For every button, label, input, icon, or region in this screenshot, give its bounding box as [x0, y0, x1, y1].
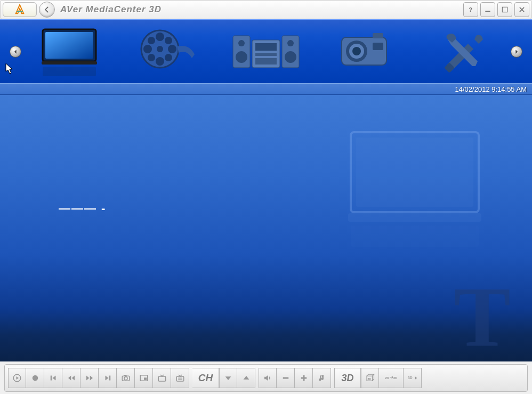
speaker-icon	[263, 373, 272, 383]
channel-group: CH	[192, 368, 255, 388]
content-area: ——— - T	[0, 95, 532, 361]
next-button[interactable]	[99, 368, 117, 388]
stereo-icon	[229, 25, 303, 78]
skip-next-icon	[103, 373, 112, 383]
nav-item-music[interactable]	[223, 22, 309, 81]
minimize-button[interactable]	[480, 2, 495, 17]
teletext-button[interactable]	[171, 368, 189, 388]
previous-button[interactable]	[44, 368, 62, 388]
tools-icon	[436, 28, 489, 76]
svg-text:3D: 3D	[368, 377, 372, 381]
nav-scroll-right[interactable]	[511, 46, 522, 58]
plus-icon	[299, 373, 309, 383]
channel-up-button[interactable]	[237, 368, 255, 388]
svg-point-15	[165, 37, 172, 44]
channel-label: CH	[192, 368, 219, 388]
record-icon	[30, 373, 40, 383]
volume-group	[259, 368, 331, 388]
help-icon: ?	[467, 6, 474, 13]
svg-rect-26	[255, 58, 277, 65]
svg-point-43	[124, 377, 127, 380]
film-reel-icon	[136, 25, 200, 78]
svg-point-8	[157, 46, 163, 52]
svg-point-14	[165, 54, 172, 61]
svg-point-31	[352, 47, 361, 55]
svg-rect-5	[42, 61, 97, 65]
nav-item-tv[interactable]	[27, 22, 112, 81]
2d3d-toggle-button[interactable]: 2D3D	[379, 368, 404, 388]
watermark-letter: T	[454, 268, 511, 361]
nav-item-video[interactable]	[125, 22, 211, 81]
playback-toolbar: CH 3D 3D 2D3D 3D	[4, 364, 528, 392]
svg-rect-24	[255, 43, 277, 51]
volume-up-button[interactable]	[295, 368, 313, 388]
nav-item-pictures[interactable]	[322, 22, 407, 81]
maximize-button[interactable]	[497, 2, 512, 17]
svg-rect-35	[356, 138, 473, 207]
tv-mode-button[interactable]	[153, 368, 171, 388]
svg-text:?: ?	[469, 6, 472, 13]
svg-point-10	[156, 57, 164, 66]
camera-icon	[335, 28, 394, 76]
tv-icon	[37, 25, 101, 78]
svg-point-18	[236, 51, 247, 63]
3d-box-button[interactable]: 3D	[361, 368, 379, 388]
threeD-group: 3D 3D 2D3D 3D	[334, 368, 422, 388]
svg-point-13	[148, 37, 155, 44]
svg-rect-41	[109, 376, 110, 381]
close-icon	[518, 6, 526, 13]
camera-snap-icon	[121, 373, 131, 383]
svg-rect-40	[50, 376, 51, 381]
svg-rect-2	[502, 7, 507, 12]
nav-ribbon	[0, 19, 532, 83]
svg-point-9	[156, 33, 164, 41]
tv-small-icon	[157, 373, 167, 383]
tv-watermark-icon	[340, 127, 489, 255]
pip-button[interactable]	[135, 368, 153, 388]
snapshot-button[interactable]	[117, 368, 135, 388]
format-3d-icon: 3D	[407, 373, 418, 383]
svg-rect-48	[176, 376, 184, 381]
chevron-left-icon	[13, 49, 18, 54]
svg-rect-25	[255, 53, 277, 56]
app-logo-button[interactable]	[3, 2, 37, 17]
svg-point-12	[168, 45, 176, 53]
svg-text:2D: 2D	[385, 376, 389, 380]
chevron-up-icon	[242, 374, 251, 382]
convert-2d3d-icon: 2D3D	[383, 373, 399, 383]
svg-point-22	[287, 40, 294, 46]
play-button[interactable]	[8, 368, 26, 388]
fast-forward-icon	[85, 373, 94, 383]
channel-down-button[interactable]	[219, 368, 237, 388]
svg-rect-1	[485, 11, 490, 12]
svg-rect-28	[373, 33, 383, 38]
volume-down-button[interactable]	[277, 368, 295, 388]
svg-rect-6	[43, 67, 96, 76]
play-icon	[12, 373, 22, 383]
svg-rect-47	[158, 376, 166, 381]
chevron-down-icon	[224, 374, 232, 382]
svg-rect-36	[348, 213, 481, 222]
back-button[interactable]	[39, 2, 55, 18]
svg-point-11	[143, 45, 152, 53]
record-button[interactable]	[26, 368, 44, 388]
nav-scroll-left[interactable]	[10, 46, 21, 58]
mute-button[interactable]	[259, 368, 277, 388]
playback-group	[8, 368, 189, 388]
pip-icon	[139, 373, 149, 383]
chevron-right-icon	[514, 49, 519, 54]
forward-button[interactable]	[80, 368, 99, 388]
minus-icon	[281, 373, 291, 383]
svg-point-16	[148, 54, 155, 61]
audio-button[interactable]	[313, 368, 331, 388]
help-button[interactable]: ?	[463, 2, 478, 17]
svg-text:3D: 3D	[408, 376, 413, 380]
svg-rect-46	[144, 377, 147, 380]
close-button[interactable]	[514, 2, 529, 17]
aver-logo-icon	[14, 4, 26, 15]
nav-item-settings[interactable]	[420, 22, 505, 81]
rewind-button[interactable]	[62, 368, 80, 388]
3d-format-button[interactable]: 3D	[404, 368, 422, 388]
minimize-icon	[484, 6, 491, 13]
datetime-display: 14/02/2012 9:14:55 AM	[455, 85, 527, 93]
